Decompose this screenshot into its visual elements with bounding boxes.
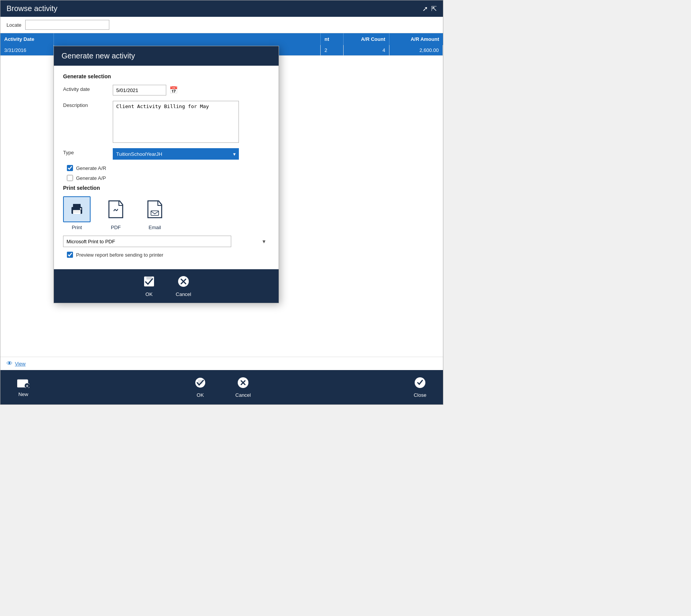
svg-rect-5 — [198, 380, 203, 384]
description-label: Description — [63, 101, 109, 108]
modal-dialog: Generate new activity Generate selection… — [54, 46, 279, 303]
print-icon-wrap — [63, 196, 91, 222]
type-select-wrap: TuitionSchoolYearJH — [113, 148, 239, 160]
pdf-icon — [108, 200, 123, 218]
modal-cancel-icon — [177, 275, 190, 290]
close-button[interactable]: Close — [405, 373, 435, 401]
svg-rect-16 — [146, 276, 152, 280]
cancel-icon — [237, 377, 249, 391]
svg-rect-11 — [73, 211, 81, 211]
activity-date-row: Activity date 📅 — [63, 85, 269, 95]
modal-ok-button[interactable]: OK — [132, 272, 166, 300]
modal-cancel-label: Cancel — [176, 291, 191, 297]
ok-icon — [194, 377, 206, 391]
generate-section-title: Generate selection — [63, 73, 269, 79]
generate-ap-label[interactable]: Generate A/P — [76, 175, 106, 181]
main-window: Browse activity ➚ ⇱ Locate Activity Date… — [0, 0, 443, 405]
modal-ok-icon — [143, 275, 156, 290]
locate-label: Locate — [6, 22, 21, 28]
activity-date-label: Activity date — [63, 85, 109, 92]
col-ar-count: A/R Count — [344, 33, 389, 45]
pdf-label: PDF — [111, 225, 121, 230]
modal-title: Generate new activity — [62, 52, 135, 60]
activity-date-input[interactable] — [113, 85, 166, 95]
cancel-button[interactable]: Cancel — [228, 373, 258, 401]
type-control: TuitionSchoolYearJH — [113, 148, 269, 160]
cancel-label: Cancel — [235, 392, 251, 398]
view-link[interactable]: View — [15, 361, 26, 367]
preview-row: Preview report before sending to printer — [67, 252, 269, 258]
preview-checkbox[interactable] — [67, 252, 73, 258]
calendar-icon[interactable]: 📅 — [169, 86, 178, 94]
col-activity-date: Activity Date — [0, 33, 54, 45]
email-icon-wrap — [141, 196, 169, 222]
print-button[interactable]: Print — [63, 196, 91, 230]
printer-select-wrap: Microsoft Print to PDF ▼ — [63, 236, 269, 247]
ok-label: OK — [197, 392, 204, 398]
type-row: Type TuitionSchoolYearJH — [63, 148, 269, 160]
eye-icon: 👁 — [6, 360, 13, 367]
activity-date-control: 📅 — [113, 85, 269, 95]
email-label: Email — [149, 225, 161, 230]
print-label: Print — [72, 225, 82, 230]
svg-rect-12 — [73, 212, 81, 212]
col-nt: nt — [321, 33, 344, 45]
table-header: Activity Date nt A/R Count A/R Amount — [0, 33, 443, 45]
locate-bar: Locate — [0, 17, 443, 33]
email-icon — [147, 200, 162, 218]
close-icon — [414, 377, 426, 391]
new-label: New — [18, 391, 28, 397]
generate-ap-row: Generate A/P — [67, 175, 269, 181]
cell-ar-amount: 2,600.00 — [389, 45, 443, 55]
modal-bottom-bar: OK Cancel — [54, 269, 279, 303]
pdf-icon-wrap — [102, 196, 130, 222]
description-textarea[interactable]: Client Activity Billing for May — [113, 101, 239, 143]
maximize-icon[interactable]: ➚ — [422, 5, 428, 13]
cell-ar-count: 4 — [344, 45, 389, 55]
printer-icon — [69, 202, 84, 216]
bottom-toolbar: + New OK — [0, 370, 443, 404]
title-bar: Browse activity ➚ ⇱ — [0, 0, 443, 17]
cell-nt: 2 — [321, 45, 344, 55]
svg-point-13 — [80, 208, 81, 210]
modal-body: Generate selection Activity date 📅 Descr… — [54, 66, 279, 269]
generate-ar-row: Generate A/R — [67, 165, 269, 171]
modal-title-bar: Generate new activity — [54, 46, 279, 66]
close-label: Close — [414, 392, 426, 398]
locate-input[interactable] — [25, 20, 109, 30]
description-row: Description Client Activity Billing for … — [63, 101, 269, 143]
pdf-button[interactable]: PDF — [102, 196, 130, 230]
view-bar: 👁 View — [0, 357, 443, 370]
svg-text:+: + — [26, 383, 28, 388]
modal-ok-label: OK — [146, 291, 153, 297]
printer-select[interactable]: Microsoft Print to PDF — [63, 236, 231, 247]
ok-button[interactable]: OK — [185, 373, 216, 401]
description-control: Client Activity Billing for May — [113, 101, 269, 143]
generate-ar-label[interactable]: Generate A/R — [76, 165, 106, 171]
generate-ar-checkbox[interactable] — [67, 165, 73, 171]
generate-ap-checkbox[interactable] — [67, 175, 73, 181]
col-blank — [54, 33, 321, 45]
preview-label[interactable]: Preview report before sending to printer — [76, 252, 163, 258]
print-buttons: Print PDF — [63, 196, 269, 230]
restore-icon[interactable]: ⇱ — [431, 5, 437, 13]
title-bar-icons: ➚ ⇱ — [422, 5, 437, 13]
col-ar-amount: A/R Amount — [389, 33, 443, 45]
type-select[interactable]: TuitionSchoolYearJH — [113, 148, 239, 160]
svg-rect-10 — [73, 204, 81, 208]
printer-dropdown-icon: ▼ — [261, 239, 266, 244]
modal-cancel-button[interactable]: Cancel — [166, 272, 201, 300]
window-title: Browse activity — [6, 4, 57, 13]
print-section: Print selection — [63, 185, 269, 258]
new-icon: + — [17, 377, 29, 390]
print-section-title: Print selection — [63, 185, 269, 191]
email-button[interactable]: Email — [141, 196, 169, 230]
cell-date: 3/31/2016 — [0, 45, 54, 55]
new-button[interactable]: + New — [8, 374, 39, 400]
type-label: Type — [63, 148, 109, 155]
